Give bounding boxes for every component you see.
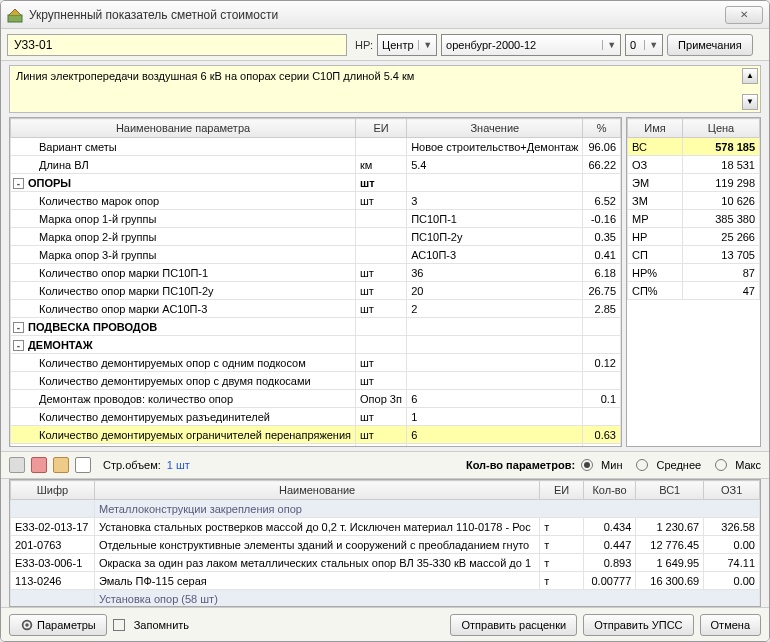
table-row[interactable]: Установка опор (58 шт) xyxy=(11,590,760,608)
chevron-down-icon: ▼ xyxy=(418,40,432,50)
table-row[interactable]: -ДЕМОНТАЖ xyxy=(11,336,621,354)
table-row[interactable]: Количество марок опоршт36.52 xyxy=(11,192,621,210)
window-title: Укрупненный показатель сметной стоимости xyxy=(29,8,725,22)
col-shf[interactable]: Шифр xyxy=(11,481,95,500)
scroll-up-icon[interactable]: ▲ xyxy=(742,68,758,84)
table-row[interactable]: Количество демонтируемых ограничителей п… xyxy=(11,426,621,444)
table-row[interactable]: 113-0246Эмаль ПФ-115 сераят0.0077716 300… xyxy=(11,572,760,590)
remember-label: Запомнить xyxy=(134,619,189,631)
send-upss-button[interactable]: Отправить УПСС xyxy=(583,614,693,636)
table-row[interactable]: Демонтаж проводов: количество опорОпор 3… xyxy=(11,390,621,408)
price-grid[interactable]: Имя Цена ВС578 185ОЗ18 531ЭМ119 298ЗМ10 … xyxy=(626,117,761,447)
radio-avg[interactable] xyxy=(636,459,648,471)
col-pname[interactable]: Имя xyxy=(628,119,683,138)
table-row[interactable]: ВС578 185 xyxy=(628,138,760,156)
code-input[interactable] xyxy=(7,34,347,56)
table-row[interactable]: Металлоконструкции закрепления опор xyxy=(11,500,760,518)
svg-point-2 xyxy=(25,623,29,627)
table-row[interactable]: Е33-03-006-1Окраска за один раз лаком ме… xyxy=(11,554,760,572)
np-select[interactable]: Центр▼ xyxy=(377,34,437,56)
col-pprice[interactable]: Цена xyxy=(683,119,760,138)
qty-select[interactable]: 0▼ xyxy=(625,34,663,56)
col-name[interactable]: Наименование параметра xyxy=(11,119,356,138)
tool-icon-3[interactable] xyxy=(53,457,69,473)
table-row[interactable]: ОЗ18 531 xyxy=(628,156,760,174)
scroll-down-icon[interactable]: ▼ xyxy=(742,94,758,110)
mid-toolbar: Стр.объем: 1 шт Кол-во параметров: Мин С… xyxy=(1,451,769,479)
table-row[interactable]: -ПОДВЕСКА ПРОВОДОВ xyxy=(11,318,621,336)
table-row[interactable]: -ОПОРЫшт xyxy=(11,174,621,192)
tool-icon-2[interactable] xyxy=(31,457,47,473)
app-window: Укрупненный показатель сметной стоимости… xyxy=(0,0,770,642)
tree-toggle-icon[interactable]: - xyxy=(13,322,24,333)
chevron-down-icon: ▼ xyxy=(644,40,658,50)
table-row[interactable]: НР25 266 xyxy=(628,228,760,246)
tool-icon-1[interactable] xyxy=(9,457,25,473)
table-row[interactable]: Количество демонтируемых разъединителейш… xyxy=(11,408,621,426)
params-button[interactable]: Параметры xyxy=(9,614,107,636)
table-row[interactable]: Марка опор 2-й группыПС10П-2у0.35 xyxy=(11,228,621,246)
col-ei[interactable]: ЕИ xyxy=(356,119,407,138)
detail-wrap: Шифр Наименование ЕИ Кол-во ВС1 ОЗ1 Мета… xyxy=(1,479,769,607)
col-pct[interactable]: % xyxy=(583,119,621,138)
radio-min[interactable] xyxy=(581,459,593,471)
col-kv[interactable]: Кол-во xyxy=(583,481,635,500)
footer: Параметры Запомнить Отправить расценки О… xyxy=(1,607,769,641)
table-row[interactable]: ЗМ10 626 xyxy=(628,192,760,210)
svg-rect-0 xyxy=(8,15,22,22)
top-toolbar: НР: Центр▼ оренбург-2000-12▼ 0▼ Примечан… xyxy=(1,29,769,61)
col-v1[interactable]: ВС1 xyxy=(636,481,704,500)
table-row[interactable]: Е33-02-013-17Установка стальных ростверк… xyxy=(11,518,760,536)
tool-icon-4[interactable] xyxy=(75,457,91,473)
titlebar: Укрупненный показатель сметной стоимости… xyxy=(1,1,769,29)
col-nm[interactable]: Наименование xyxy=(94,481,539,500)
table-row[interactable]: МР385 380 xyxy=(628,210,760,228)
np-label: НР: xyxy=(355,39,373,51)
tree-toggle-icon[interactable]: - xyxy=(13,340,24,351)
table-row[interactable]: 201-0763Отдельные конструктивные элемент… xyxy=(11,536,760,554)
close-button[interactable]: ✕ xyxy=(725,6,763,24)
vol-label: Стр.объем: xyxy=(103,459,161,471)
param-count-label: Кол-во параметров: xyxy=(466,459,575,471)
detail-grid[interactable]: Шифр Наименование ЕИ Кол-во ВС1 ОЗ1 Мета… xyxy=(9,479,761,607)
col-v2[interactable]: ОЗ1 xyxy=(704,481,760,500)
table-row[interactable]: Марка опор 3-й группыАС10П-30.41 xyxy=(11,246,621,264)
table-row[interactable]: НР%87 xyxy=(628,264,760,282)
notes-button[interactable]: Примечания xyxy=(667,34,753,56)
region-select[interactable]: оренбург-2000-12▼ xyxy=(441,34,621,56)
param-grid[interactable]: Наименование параметра ЕИ Значение % Вар… xyxy=(9,117,622,447)
table-row[interactable]: Марка опор 1-й группыПС10П-1-0.16 xyxy=(11,210,621,228)
tree-toggle-icon[interactable]: - xyxy=(13,178,24,189)
radio-max[interactable] xyxy=(715,459,727,471)
remember-checkbox[interactable] xyxy=(113,619,125,631)
table-row[interactable]: Количество демонтируемых опор с одним по… xyxy=(11,354,621,372)
app-icon xyxy=(7,7,23,23)
description-text: Линия электропередачи воздушная 6 кВ на … xyxy=(16,70,414,82)
table-row[interactable]: Количество опор марки ПС10П-2ушт2026.75 xyxy=(11,282,621,300)
col-dei[interactable]: ЕИ xyxy=(540,481,584,500)
chevron-down-icon: ▼ xyxy=(602,40,616,50)
cancel-button[interactable]: Отмена xyxy=(700,614,761,636)
table-row[interactable]: Количество демонтируемых столбовых подст… xyxy=(11,444,621,448)
main-split: Наименование параметра ЕИ Значение % Вар… xyxy=(1,117,769,447)
description-box[interactable]: Линия электропередачи воздушная 6 кВ на … xyxy=(9,65,761,113)
table-row[interactable]: Вариант сметыНовое строительство+Демонта… xyxy=(11,138,621,156)
vol-value: 1 шт xyxy=(167,459,190,471)
col-value[interactable]: Значение xyxy=(407,119,583,138)
table-row[interactable]: СП%47 xyxy=(628,282,760,300)
table-row[interactable]: СП13 705 xyxy=(628,246,760,264)
table-row[interactable]: Количество демонтируемых опор с двумя по… xyxy=(11,372,621,390)
gear-icon xyxy=(20,618,34,632)
table-row[interactable]: Количество опор марки ПС10П-1шт366.18 xyxy=(11,264,621,282)
send-rates-button[interactable]: Отправить расценки xyxy=(450,614,577,636)
table-row[interactable]: ЭМ119 298 xyxy=(628,174,760,192)
table-row[interactable]: Количество опор марки АС10П-3шт22.85 xyxy=(11,300,621,318)
table-row[interactable]: Длина ВЛкм5.466.22 xyxy=(11,156,621,174)
